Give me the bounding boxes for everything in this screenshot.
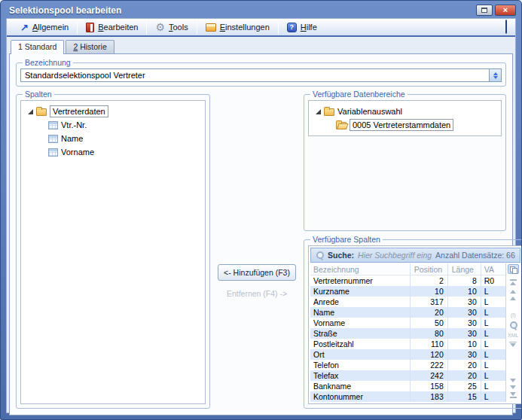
column-header-bezeichnung[interactable]: Bezeichnung bbox=[310, 263, 411, 275]
toolbar-item-allgemein[interactable]: ↗ Allgemein bbox=[14, 21, 75, 33]
tree-node-column[interactable]: Name bbox=[23, 132, 203, 145]
cell-bezeichnung: Kurzname bbox=[310, 286, 411, 297]
save-button[interactable] bbox=[504, 19, 508, 35]
open-folder-icon bbox=[336, 122, 346, 129]
close-icon: × bbox=[503, 6, 508, 14]
column-header-va[interactable]: VA bbox=[481, 263, 505, 275]
datenbereiche-tree[interactable]: Variablenauswahl 0005 Vertreterstammdate… bbox=[308, 100, 502, 136]
columns-table[interactable]: Bezeichnung Position Länge VA bbox=[310, 263, 505, 402]
table-row[interactable]: Vertreternummer 2 8 R0 bbox=[310, 275, 505, 286]
window-title: Selektionspool bearbeiten bbox=[9, 5, 474, 16]
settings-window-icon bbox=[206, 23, 216, 32]
datenbereiche-group: Verfügbare Datenbereiche Variablenauswah… bbox=[304, 90, 506, 231]
spalten-tree[interactable]: Vertreterdaten Vtr.-Nr. Name bbox=[20, 100, 206, 404]
table-row[interactable]: Anrede 317 30 L bbox=[310, 297, 505, 307]
cell-laenge: 30 bbox=[448, 307, 481, 318]
cell-laenge: 30 bbox=[448, 328, 481, 339]
toolbar-separator bbox=[146, 21, 147, 34]
grid-side-toolbar: (I) XML bbox=[505, 263, 520, 402]
cell-laenge: 10 bbox=[448, 286, 481, 297]
grid-area: Bezeichnung Position Länge VA bbox=[310, 263, 520, 402]
tree-expander-icon[interactable] bbox=[316, 109, 321, 114]
titlebar: Selektionspool bearbeiten × bbox=[1, 1, 521, 18]
cell-va: L bbox=[481, 307, 505, 318]
tree-node-vertreterdaten[interactable]: Vertreterdaten bbox=[23, 105, 203, 118]
scroll-to-top-icon[interactable] bbox=[510, 278, 517, 285]
table-row[interactable]: Kontonummer 183 15 L bbox=[310, 391, 505, 402]
tree-node-label: Vorname bbox=[61, 148, 94, 157]
column-header-laenge[interactable]: Länge bbox=[448, 263, 481, 275]
cell-bezeichnung: Anrede bbox=[310, 297, 411, 307]
grid-search-icon bbox=[509, 321, 517, 330]
toolbar-item-tools[interactable]: ⚙ Tools bbox=[148, 21, 194, 33]
copy-icon[interactable] bbox=[508, 264, 519, 274]
remove-button: Entfernen (F4) -> bbox=[227, 289, 287, 298]
tree-expander-icon[interactable] bbox=[28, 109, 33, 114]
cell-position: 110 bbox=[411, 339, 448, 349]
table-row[interactable]: Telefon 222 20 L bbox=[310, 360, 505, 370]
toolbar-separator bbox=[197, 21, 197, 34]
toolbar-item-hilfe[interactable]: ? Hilfe bbox=[280, 21, 324, 34]
cell-bezeichnung: Telefax bbox=[310, 370, 411, 381]
cell-laenge: 20 bbox=[448, 360, 481, 370]
table-row[interactable]: Ort 120 30 L bbox=[310, 349, 505, 360]
table-row[interactable]: Straße 80 30 L bbox=[310, 328, 505, 339]
toolbar-item-bearbeiten[interactable]: Bearbeiten bbox=[79, 21, 145, 34]
help-icon: ? bbox=[287, 23, 297, 32]
search-bar[interactable]: Suche: Hier Suchbegriff eing Anzahl Date… bbox=[310, 248, 520, 263]
cell-va: L bbox=[481, 328, 505, 339]
verfuegbare-spalten-legend: Verfügbare Spalten bbox=[310, 235, 383, 244]
scroll-to-bottom-icon[interactable] bbox=[510, 392, 517, 399]
toolbar-item-einstellungen[interactable]: Einstellungen bbox=[199, 21, 276, 33]
filter-icon bbox=[509, 342, 517, 347]
tree-node-column[interactable]: Vorname bbox=[23, 145, 203, 159]
search-input[interactable]: Hier Suchbegriff eing bbox=[358, 251, 432, 260]
tab-historie[interactable]: 2 Historie bbox=[66, 40, 114, 53]
record-count: Anzahl Datensätze: 66 bbox=[435, 251, 515, 260]
datenbereiche-legend: Verfügbare Datenbereiche bbox=[310, 90, 408, 99]
table-row[interactable]: Bankname 158 25 L bbox=[310, 381, 505, 391]
transfer-buttons: <- Hinzufügen (F3) Entfernen (F4) -> bbox=[215, 90, 299, 409]
tab-standard[interactable]: 1 Standard bbox=[11, 40, 64, 54]
table-column-icon bbox=[48, 121, 58, 129]
table-row[interactable]: Vorname 50 30 L bbox=[310, 318, 505, 328]
table-header[interactable]: Bezeichnung Position Länge VA bbox=[310, 263, 505, 275]
spalten-group: Spalten Vertreterdaten Vtr.-Nr. bbox=[16, 90, 210, 409]
table-row[interactable]: Telefax 242 20 L bbox=[310, 370, 505, 381]
table-row[interactable]: Postleitzahl 110 10 L bbox=[310, 339, 505, 349]
move-up-icon bbox=[510, 290, 516, 294]
cell-laenge: 15 bbox=[448, 391, 481, 402]
tree-node-label: Variablenauswahl bbox=[337, 107, 402, 116]
columns-databox: Suche: Hier Suchbegriff eing Anzahl Date… bbox=[308, 245, 522, 404]
gear-icon: ⚙ bbox=[155, 23, 165, 32]
table-column-icon bbox=[48, 148, 58, 157]
tree-node-label: 0005 Vertreterstammdaten bbox=[350, 119, 453, 131]
bezeichnung-legend: Bezeichnung bbox=[23, 58, 73, 67]
tree-node-variablenauswahl[interactable]: Variablenauswahl bbox=[311, 105, 499, 118]
verfuegbare-spalten-group: Verfügbare Spalten Suche: Hier Suchbegri… bbox=[304, 235, 522, 409]
table-row[interactable]: Kurzname 10 10 L bbox=[310, 286, 505, 297]
cell-bezeichnung: Bankname bbox=[310, 381, 411, 391]
column-header-position[interactable]: Position bbox=[411, 263, 448, 275]
cell-bezeichnung: Vertreternummer bbox=[310, 275, 411, 286]
bezeichnung-group: Bezeichnung Standardselektionspool Vertr… bbox=[16, 58, 506, 87]
bezeichnung-combobox[interactable]: Standardselektionspool Vertreter bbox=[20, 68, 502, 82]
add-button[interactable]: <- Hinzufügen (F3) bbox=[218, 264, 296, 281]
xml-export-icon: XML bbox=[508, 333, 518, 339]
cell-position: 242 bbox=[411, 370, 448, 381]
table-body: Vertreternummer 2 8 R0 Kurzname 10 bbox=[310, 275, 505, 402]
tree-node-datenbereich[interactable]: 0005 Vertreterstammdaten bbox=[311, 118, 499, 132]
tree-node-column[interactable]: Vtr.-Nr. bbox=[23, 118, 203, 132]
search-label: Suche: bbox=[328, 251, 354, 260]
table-column-icon bbox=[48, 135, 58, 143]
restore-button[interactable] bbox=[476, 5, 493, 16]
toolbar-item-label: Allgemein bbox=[32, 23, 69, 32]
close-button[interactable]: × bbox=[495, 5, 516, 16]
cell-position: 120 bbox=[411, 349, 448, 360]
table-row[interactable]: Name 20 30 L bbox=[310, 307, 505, 318]
cell-va: L bbox=[481, 286, 505, 297]
cell-bezeichnung: Telefon bbox=[310, 360, 411, 370]
cell-va: R0 bbox=[481, 275, 505, 286]
combobox-spinner-button[interactable] bbox=[489, 69, 501, 81]
cell-va: L bbox=[481, 339, 505, 349]
